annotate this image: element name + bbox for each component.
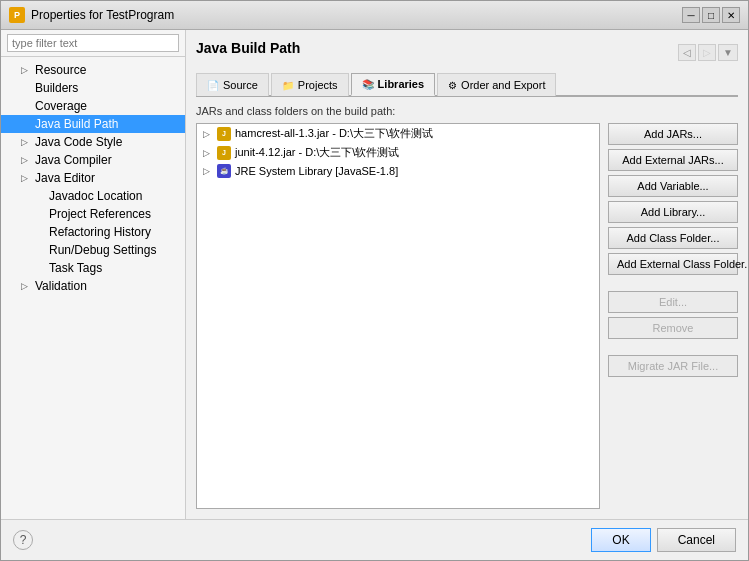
expand-arrow-java-editor: ▷	[21, 173, 31, 183]
action-buttons: Add JARs... Add External JARs... Add Var…	[608, 123, 738, 509]
ok-button[interactable]: OK	[591, 528, 650, 552]
expand-arrow-validation: ▷	[21, 281, 31, 291]
sidebar-item-task-tags[interactable]: Task Tags	[1, 259, 185, 277]
sidebar-item-java-editor[interactable]: ▷ Java Editor	[1, 169, 185, 187]
sidebar-item-project-references[interactable]: Project References	[1, 205, 185, 223]
sidebar-item-builders[interactable]: Builders	[1, 79, 185, 97]
add-external-class-folder-button[interactable]: Add External Class Folder...	[608, 253, 738, 275]
sidebar-label-java-build-path: Java Build Path	[35, 117, 118, 131]
page-title: Java Build Path	[196, 40, 300, 56]
remove-button[interactable]: Remove	[608, 317, 738, 339]
expand-arrow-java-compiler: ▷	[21, 155, 31, 165]
tab-libraries[interactable]: 📚 Libraries	[351, 73, 435, 96]
back-button[interactable]: ◁	[678, 44, 696, 61]
bottom-bar: ? OK Cancel	[1, 519, 748, 560]
dropdown-button[interactable]: ▼	[718, 44, 738, 61]
build-path-list[interactable]: ▷ J hamcrest-all-1.3.jar - D:\大三下\软件测试 ▷…	[196, 123, 600, 509]
sidebar-item-java-code-style[interactable]: ▷ Java Code Style	[1, 133, 185, 151]
cancel-button[interactable]: Cancel	[657, 528, 736, 552]
sidebar-item-run-debug-settings[interactable]: Run/Debug Settings	[1, 241, 185, 259]
list-label-junit: junit-4.12.jar - D:\大三下\软件测试	[235, 145, 399, 160]
sidebar-item-refactoring-history[interactable]: Refactoring History	[1, 223, 185, 241]
sidebar-label-refactoring-history: Refactoring History	[49, 225, 151, 239]
tab-order-export-label: Order and Export	[461, 79, 545, 91]
maximize-button[interactable]: □	[702, 7, 720, 23]
jar-icon-hamcrest: J	[217, 127, 231, 141]
properties-dialog: P Properties for TestProgram ─ □ ✕ ▷ Res…	[0, 0, 749, 561]
sidebar-label-java-editor: Java Editor	[35, 171, 95, 185]
migrate-jar-button[interactable]: Migrate JAR File...	[608, 355, 738, 377]
sidebar-label-resource: Resource	[35, 63, 86, 77]
add-jars-button[interactable]: Add JARs...	[608, 123, 738, 145]
add-variable-button[interactable]: Add Variable...	[608, 175, 738, 197]
add-class-folder-button[interactable]: Add Class Folder...	[608, 227, 738, 249]
sidebar-item-javadoc-location[interactable]: Javadoc Location	[1, 187, 185, 205]
sidebar-label-javadoc-location: Javadoc Location	[49, 189, 142, 203]
list-item-junit[interactable]: ▷ J junit-4.12.jar - D:\大三下\软件测试	[197, 143, 599, 162]
edit-button[interactable]: Edit...	[608, 291, 738, 313]
add-external-jars-button[interactable]: Add External JARs...	[608, 149, 738, 171]
order-export-tab-icon: ⚙	[448, 80, 457, 91]
sidebar-label-java-code-style: Java Code Style	[35, 135, 122, 149]
forward-disabled-button[interactable]: ▷	[698, 44, 716, 61]
sidebar-label-validation: Validation	[35, 279, 87, 293]
lib-icon-jre: ☕	[217, 164, 231, 178]
tab-source-label: Source	[223, 79, 258, 91]
title-bar: P Properties for TestProgram ─ □ ✕	[1, 1, 748, 30]
expand-jre: ▷	[203, 166, 213, 176]
content-area: ▷ J hamcrest-all-1.3.jar - D:\大三下\软件测试 ▷…	[196, 123, 738, 509]
sidebar-label-builders: Builders	[35, 81, 78, 95]
sidebar-label-java-compiler: Java Compiler	[35, 153, 112, 167]
filter-bar	[1, 30, 185, 57]
filter-input[interactable]	[7, 34, 179, 52]
sidebar-label-coverage: Coverage	[35, 99, 87, 113]
sidebar-item-java-build-path[interactable]: Java Build Path	[1, 115, 185, 133]
tab-order-export[interactable]: ⚙ Order and Export	[437, 73, 556, 96]
sidebar: ▷ Resource Builders Coverage Java Build …	[1, 30, 186, 519]
bottom-buttons: OK Cancel	[591, 528, 736, 552]
tab-projects[interactable]: 📁 Projects	[271, 73, 349, 96]
sidebar-item-resource[interactable]: ▷ Resource	[1, 61, 185, 79]
tab-projects-label: Projects	[298, 79, 338, 91]
minimize-button[interactable]: ─	[682, 7, 700, 23]
list-item-hamcrest[interactable]: ▷ J hamcrest-all-1.3.jar - D:\大三下\软件测试	[197, 124, 599, 143]
dialog-title: Properties for TestProgram	[31, 8, 174, 22]
button-spacer2	[608, 343, 738, 351]
main-panel: Java Build Path ◁ ▷ ▼ 📄 Source 📁 Project…	[186, 30, 748, 519]
nav-arrows: ◁ ▷ ▼	[678, 44, 738, 61]
libraries-tab-icon: 📚	[362, 79, 374, 90]
list-item-jre[interactable]: ▷ ☕ JRE System Library [JavaSE-1.8]	[197, 162, 599, 180]
expand-hamcrest: ▷	[203, 129, 213, 139]
button-spacer	[608, 279, 738, 287]
dialog-icon: P	[9, 7, 25, 23]
list-label-hamcrest: hamcrest-all-1.3.jar - D:\大三下\软件测试	[235, 126, 433, 141]
description-text: JARs and class folders on the build path…	[196, 105, 738, 117]
source-tab-icon: 📄	[207, 80, 219, 91]
sidebar-label-project-references: Project References	[49, 207, 151, 221]
dialog-body: ▷ Resource Builders Coverage Java Build …	[1, 30, 748, 519]
close-button[interactable]: ✕	[722, 7, 740, 23]
tab-bar: 📄 Source 📁 Projects 📚 Libraries ⚙ Order …	[196, 72, 738, 97]
sidebar-tree: ▷ Resource Builders Coverage Java Build …	[1, 57, 185, 519]
jar-icon-junit: J	[217, 146, 231, 160]
sidebar-label-run-debug-settings: Run/Debug Settings	[49, 243, 156, 257]
projects-tab-icon: 📁	[282, 80, 294, 91]
tab-source[interactable]: 📄 Source	[196, 73, 269, 96]
sidebar-label-task-tags: Task Tags	[49, 261, 102, 275]
expand-junit: ▷	[203, 148, 213, 158]
list-label-jre: JRE System Library [JavaSE-1.8]	[235, 165, 398, 177]
sidebar-item-validation[interactable]: ▷ Validation	[1, 277, 185, 295]
help-button[interactable]: ?	[13, 530, 33, 550]
tab-libraries-label: Libraries	[378, 78, 424, 90]
expand-arrow-java-code-style: ▷	[21, 137, 31, 147]
sidebar-item-java-compiler[interactable]: ▷ Java Compiler	[1, 151, 185, 169]
title-bar-left: P Properties for TestProgram	[9, 7, 174, 23]
add-library-button[interactable]: Add Library...	[608, 201, 738, 223]
sidebar-item-coverage[interactable]: Coverage	[1, 97, 185, 115]
expand-arrow-resource: ▷	[21, 65, 31, 75]
title-buttons: ─ □ ✕	[682, 7, 740, 23]
